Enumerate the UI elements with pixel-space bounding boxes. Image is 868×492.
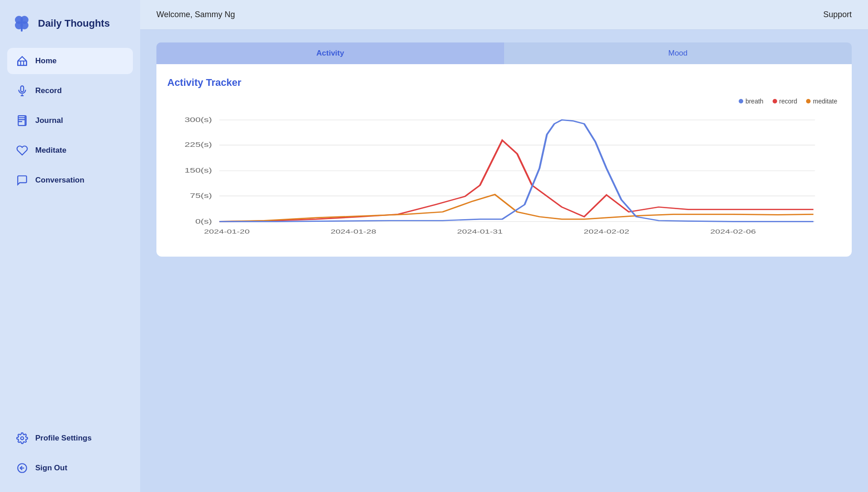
chart-legend: breath record meditate [167,98,837,105]
mic-icon [16,85,28,97]
sidebar-item-home-label: Home [35,56,57,66]
svg-text:0(s): 0(s) [195,218,212,225]
tab-mood[interactable]: Mood [504,42,852,64]
topbar: Welcome, Sammy Ng Support [140,0,868,30]
clover-logo-icon [11,13,33,34]
meditate-line [219,194,813,221]
svg-text:2024-01-28: 2024-01-28 [330,229,376,235]
sidebar-item-conversation[interactable]: Conversation [7,167,133,193]
svg-text:225(s): 225(s) [184,141,212,148]
legend-dot-meditate [806,99,811,103]
svg-text:2024-01-20: 2024-01-20 [204,229,250,235]
book-icon [16,115,28,127]
sidebar-item-meditate-label: Meditate [35,146,66,155]
legend-meditate: meditate [806,98,837,105]
legend-record: record [773,98,797,105]
svg-text:75(s): 75(s) [190,192,212,199]
svg-text:2024-01-31: 2024-01-31 [457,229,503,235]
content-area: Activity Mood Activity Tracker breath re… [140,30,868,492]
chart-card: Activity Tracker breath record meditate [156,64,852,257]
svg-rect-9 [18,116,25,126]
sidebar: Daily Thoughts Home Record [0,0,140,492]
profile-settings-label: Profile Settings [35,434,92,443]
support-link[interactable]: Support [823,10,852,19]
legend-breath: breath [739,98,764,105]
svg-point-10 [21,437,24,440]
sidebar-item-journal[interactable]: Journal [7,108,133,134]
signout-icon [16,462,28,474]
legend-label-record: record [779,98,797,105]
sidebar-item-profile-settings[interactable]: Profile Settings [7,425,133,451]
chat-icon [16,174,28,186]
svg-rect-6 [21,86,24,92]
sidebar-item-record[interactable]: Record [7,78,133,104]
svg-rect-4 [21,27,23,32]
legend-dot-record [773,99,777,103]
legend-label-meditate: meditate [813,98,837,105]
sidebar-item-meditate[interactable]: Meditate [7,137,133,164]
svg-text:150(s): 150(s) [184,167,212,174]
svg-text:300(s): 300(s) [184,116,212,123]
app-title: Daily Thoughts [38,18,110,29]
svg-rect-5 [18,61,27,66]
welcome-message: Welcome, Sammy Ng [156,10,235,19]
legend-dot-breath [739,99,743,103]
sidebar-item-sign-out[interactable]: Sign Out [7,455,133,481]
home-icon [16,55,28,67]
chart-svg: 300(s) 225(s) 150(s) 75(s) 0(s) 2024-01-… [167,110,837,246]
sidebar-item-conversation-label: Conversation [35,176,85,185]
chart-title: Activity Tracker [167,77,837,89]
sidebar-nav: Home Record Journal Med [0,43,140,421]
logo-area: Daily Thoughts [0,0,140,43]
main-content: Welcome, Sammy Ng Support Activity Mood … [140,0,868,492]
sidebar-item-record-label: Record [35,86,62,95]
sidebar-item-home[interactable]: Home [7,48,133,74]
sign-out-label: Sign Out [35,464,67,473]
tabs-container: Activity Mood [156,42,852,64]
svg-text:2024-02-02: 2024-02-02 [584,229,629,235]
svg-text:2024-02-06: 2024-02-06 [710,229,756,235]
gear-icon [16,432,28,444]
sidebar-bottom: Profile Settings Sign Out [0,421,140,492]
tab-activity[interactable]: Activity [156,42,504,64]
activity-chart: 300(s) 225(s) 150(s) 75(s) 0(s) 2024-01-… [167,110,837,246]
heart-icon [16,145,28,156]
legend-label-breath: breath [745,98,764,105]
sidebar-item-journal-label: Journal [35,116,63,125]
